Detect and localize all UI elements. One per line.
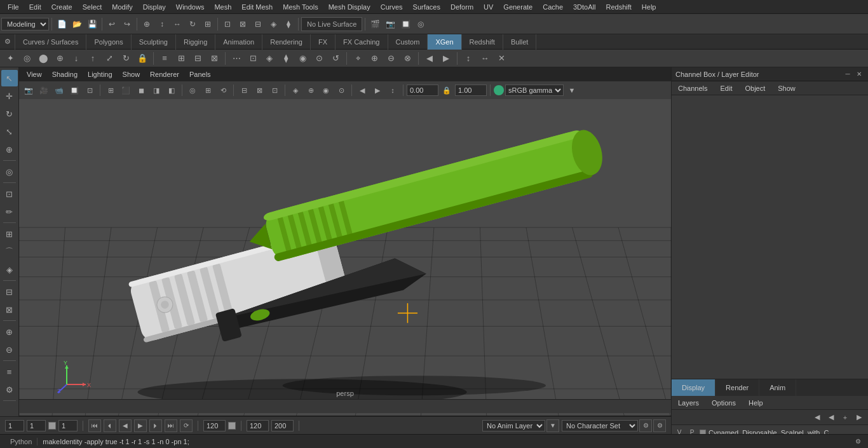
soft-select-btn[interactable]: ◎ xyxy=(1,163,18,180)
hud1-icon[interactable]: ◈ xyxy=(288,83,302,97)
layers-menu-item[interactable]: Layers xyxy=(672,396,705,410)
object-menu-item[interactable]: Object xyxy=(738,81,771,95)
panel-minimize-btn[interactable]: ─ xyxy=(843,69,853,79)
channels-menu-item[interactable]: Channels xyxy=(672,81,714,95)
menu-mesh[interactable]: Mesh xyxy=(209,2,236,12)
lasso-btn[interactable]: ⊡ xyxy=(1,186,18,202)
xgen-icon13[interactable]: ⊠ xyxy=(207,51,222,66)
render2-icon[interactable]: 📷 xyxy=(383,17,397,31)
xgen-icon17[interactable]: ⧫ xyxy=(278,51,294,66)
new-scene-icon[interactable]: 📄 xyxy=(55,17,69,31)
display-wire-icon[interactable]: ⊞ xyxy=(104,83,118,97)
xgen-icon10[interactable]: ≡ xyxy=(157,51,172,66)
vp-menu-shading[interactable]: Shading xyxy=(50,69,80,79)
snap-icon5[interactable]: ⧫ xyxy=(281,17,295,31)
menu-cache[interactable]: Cache xyxy=(538,2,568,12)
menu-generate[interactable]: Generate xyxy=(498,2,538,12)
tab-animation[interactable]: Animation xyxy=(215,34,262,50)
transform-icon1[interactable]: ⊕ xyxy=(140,17,154,31)
mirror-btn[interactable]: ⊟ xyxy=(1,283,18,300)
layer-btn[interactable]: ⊕ xyxy=(1,323,18,340)
display-solid-icon[interactable]: ⬛ xyxy=(119,83,133,97)
rotate-tool-btn[interactable]: ↻ xyxy=(1,105,18,122)
vp-menu-lighting[interactable]: Lighting xyxy=(85,69,115,79)
menu-surfaces[interactable]: Surfaces xyxy=(408,2,445,12)
tab-xgen[interactable]: XGen xyxy=(428,34,461,50)
tab-rendering[interactable]: Rendering xyxy=(262,34,311,50)
xgen-icon12[interactable]: ⊟ xyxy=(190,51,205,66)
step-back-btn[interactable]: ⏴ xyxy=(104,419,116,432)
edit-menu-item[interactable]: Edit xyxy=(714,81,738,95)
tab-settings-gear[interactable]: ⚙ xyxy=(0,34,15,50)
transform-icon3[interactable]: ↔ xyxy=(170,17,184,31)
frame-current1-field[interactable] xyxy=(27,420,46,431)
hud3-icon[interactable]: ◉ xyxy=(319,83,333,97)
panel-close-btn[interactable]: ✕ xyxy=(854,69,864,79)
menu-mesh-display[interactable]: Mesh Display xyxy=(323,2,376,12)
render4-icon[interactable]: ◎ xyxy=(414,17,428,31)
play-fwd-btn[interactable]: ▶ xyxy=(134,419,147,432)
viewport[interactable]: View Shading Lighting Show Renderer Pane… xyxy=(19,67,671,448)
layer2-btn[interactable]: ⊖ xyxy=(1,341,18,358)
nav2-icon[interactable]: ▶ xyxy=(370,83,384,97)
colorspace-arrow[interactable]: ▼ xyxy=(565,83,579,97)
save-icon[interactable]: 💾 xyxy=(85,17,99,31)
xgen-icon20[interactable]: ↺ xyxy=(328,51,343,66)
xgen-icon11[interactable]: ⊞ xyxy=(173,51,189,66)
help-menu-item[interactable]: Help xyxy=(742,396,770,410)
layer-prev2-btn[interactable]: ◀ xyxy=(825,411,837,424)
menu-windows[interactable]: Windows xyxy=(171,2,210,12)
hud2-icon[interactable]: ⊕ xyxy=(304,83,318,97)
char-set-btn[interactable]: ⚙ xyxy=(639,419,652,432)
tab-curves-surfaces[interactable]: Curves / Surfaces xyxy=(15,34,86,50)
snap-point-btn[interactable]: ◈ xyxy=(1,261,18,278)
cam2-icon[interactable]: 🎥 xyxy=(37,83,51,97)
tab-polygons[interactable]: Polygons xyxy=(86,34,131,50)
snap-icon4[interactable]: ◈ xyxy=(266,17,280,31)
paint-btn[interactable]: ✏ xyxy=(1,203,18,220)
layer-add-btn[interactable]: + xyxy=(839,411,851,424)
snap-icon3[interactable]: ⊟ xyxy=(251,17,265,31)
xgen-icon3[interactable]: ⬤ xyxy=(36,51,51,66)
zoom-input1[interactable] xyxy=(407,85,438,96)
tab-fx-caching[interactable]: FX Caching xyxy=(336,34,388,50)
menu-deform[interactable]: Deform xyxy=(445,2,478,12)
undo-icon[interactable]: ↩ xyxy=(105,17,119,31)
menu-uv[interactable]: UV xyxy=(478,2,498,12)
xgen-icon7[interactable]: ⤢ xyxy=(102,51,117,66)
xgen-icon5[interactable]: ↓ xyxy=(69,51,84,66)
render3-icon[interactable]: 🔲 xyxy=(398,17,412,31)
frame-end-field[interactable] xyxy=(203,420,226,431)
menu-redshift[interactable]: Redshift xyxy=(600,2,636,12)
tab-fx[interactable]: FX xyxy=(311,34,336,50)
scale-tool-btn[interactable]: ⤡ xyxy=(1,123,18,140)
anim-layer-btn[interactable]: ▼ xyxy=(546,419,559,432)
xgen-icon22[interactable]: ⊕ xyxy=(367,51,382,66)
select-tool-btn[interactable]: ↖ xyxy=(1,70,18,86)
menu-display[interactable]: Display xyxy=(138,2,171,12)
open-icon[interactable]: 📂 xyxy=(70,17,84,31)
xgen-icon2[interactable]: ◎ xyxy=(19,51,34,66)
layer-next-btn[interactable]: ▶ xyxy=(853,411,865,424)
isolate-icon[interactable]: ◎ xyxy=(186,83,200,97)
symmetry-btn[interactable]: ⊠ xyxy=(1,301,18,318)
xgen-icon25[interactable]: ◀ xyxy=(422,51,437,66)
anim-layer-select[interactable]: No Anim Layer xyxy=(482,420,545,431)
snap-curve-btn[interactable]: ⌒ xyxy=(1,243,18,260)
xgen-icon6[interactable]: ↑ xyxy=(85,51,100,66)
display-light-icon[interactable]: ◧ xyxy=(165,83,179,97)
camera-icon[interactable]: 📷 xyxy=(22,83,36,97)
menu-file[interactable]: File xyxy=(3,2,24,12)
display-tex-icon[interactable]: ◼ xyxy=(134,83,148,97)
colorspace-icon[interactable] xyxy=(494,85,504,95)
layer-tab-anim[interactable]: Anim xyxy=(759,379,796,396)
frame-end3-field[interactable] xyxy=(271,420,294,431)
res1-icon[interactable]: ⊟ xyxy=(237,83,251,97)
xgen-icon16[interactable]: ◈ xyxy=(262,51,277,66)
colorspace-select[interactable]: sRGB gamma xyxy=(505,85,564,96)
menu-3dto[interactable]: 3DtoAll xyxy=(568,2,600,12)
options-menu-item[interactable]: Options xyxy=(705,396,742,410)
char-set-btn2[interactable]: ⚙ xyxy=(653,419,666,432)
status-bar-settings-btn[interactable]: ⚙ xyxy=(853,437,863,447)
transform-all-btn[interactable]: ⊕ xyxy=(1,141,18,158)
